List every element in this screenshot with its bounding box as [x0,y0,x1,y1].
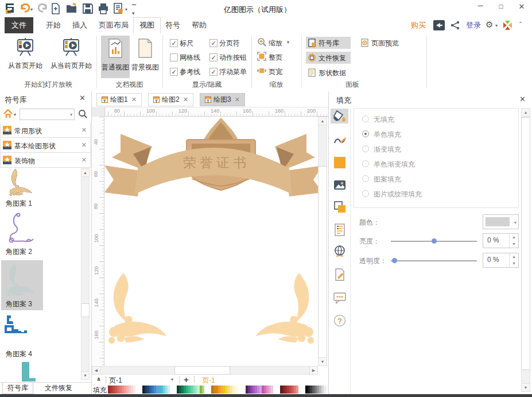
texture-fill-radio[interactable] [362,190,369,197]
doc-tab-2[interactable]: 绘图2 ✕ [148,93,193,106]
shape-properties-icon[interactable] [333,223,346,236]
normal-view-button[interactable]: 普通视图 [101,36,130,78]
page-name[interactable]: 页-1 [109,376,122,386]
transparency-slider[interactable] [391,260,477,261]
buy-button[interactable]: 购买 [411,17,426,33]
brightness-slider-thumb[interactable] [432,238,437,244]
symbol-item-1[interactable]: 角图案 1 [1,168,43,207]
doc-tab-close-icon[interactable]: ✕ [183,96,188,103]
redo-icon[interactable] [38,3,48,13]
transparency-slider-thumb[interactable] [392,258,397,263]
note-edit-icon[interactable] [333,268,346,281]
doc-tab-close-icon[interactable]: ✕ [131,96,137,103]
comment-icon[interactable] [333,291,346,304]
home-dropdown[interactable]: ▾ [14,112,16,117]
scroll-left-icon[interactable]: ◀ [92,366,100,375]
no-fill-radio[interactable] [362,115,369,122]
left-panel-close-icon[interactable]: ✕ [79,94,86,102]
background-view-button[interactable]: 背景视图 [131,36,160,78]
scroll-down-icon[interactable]: ▼ [521,383,530,392]
transparency-spinbox[interactable]: 0 % ▲▼ [483,253,519,268]
line-style-icon[interactable] [333,134,346,147]
open-folder-icon[interactable] [65,3,78,14]
home-icon[interactable] [3,109,13,118]
zoom-dropdown[interactable]: ▾ [287,40,289,45]
page-preview-button[interactable]: 页面预览 [359,37,408,49]
add-page-icon[interactable]: + [184,375,189,384]
scroll-thumb[interactable] [81,303,90,317]
page-tab[interactable]: 页-1 [202,376,215,386]
scroll-thumb[interactable] [318,166,327,358]
certificate-badge[interactable]: 荣誉证书 [104,118,318,196]
symbol-search-input[interactable]: ▾ [20,109,75,120]
share-icon[interactable] [451,21,460,30]
actionbutton-checkbox[interactable]: ✓ [209,53,218,61]
image-fill-icon[interactable] [333,179,346,191]
spin-up-icon[interactable]: ▲ [510,253,518,260]
section-basic-shapes[interactable]: 基本绘图形状 ✕ [0,138,91,153]
export-icon[interactable] [112,3,124,14]
spin-down-icon[interactable]: ▼ [510,241,518,248]
login-button[interactable]: 登录 [466,17,481,33]
menu-symbol[interactable]: 符号 [160,17,186,33]
shape-data-button[interactable]: 形状数据 [306,67,351,79]
menu-start[interactable]: 开始 [40,17,67,33]
customize-toolbar-icon[interactable]: ▔▾ [132,5,136,16]
section-decorations[interactable]: 装饰物 ✕ [0,153,91,168]
scroll-up-icon[interactable]: ▲ [81,168,90,177]
print-icon[interactable] [98,3,109,14]
doc-tab-close-icon[interactable]: ✕ [235,96,240,103]
symbol-list-scrollbar[interactable]: ▲ ▼ [81,168,90,380]
pattern-fill-radio[interactable] [362,175,369,182]
gradient-fill-radio[interactable] [362,145,369,152]
corner-flourish-right[interactable] [255,273,314,344]
start-from-current-button[interactable]: 从当前页开始 [47,36,95,77]
canvas-vertical-scrollbar[interactable]: ▲ ▼ [318,117,327,366]
menu-file[interactable]: 文件 [5,17,33,33]
color-swatch-icon[interactable] [334,157,345,168]
undo-dropdown[interactable]: ▾ [30,7,33,12]
scroll-thumb[interactable] [521,117,530,370]
canvas-horizontal-scrollbar[interactable]: ◀ ▶ [92,366,318,375]
search-input-dropdown[interactable]: ▾ [70,112,72,117]
collapse-ribbon-icon[interactable]: ⌃ [518,21,523,27]
file-recovery-toggle[interactable]: 文件恢复 [306,52,351,64]
undo-icon[interactable] [20,3,30,13]
section-common-shapes[interactable]: 常用形状 ✕ [0,123,91,138]
scroll-down-icon[interactable]: ▼ [81,371,90,380]
guideline-checkbox[interactable]: ✓ [170,68,178,76]
settings-gear-icon[interactable]: ⚙ [486,20,493,30]
help-icon[interactable]: ? [333,314,346,327]
scroll-up-icon[interactable]: ▲ [521,108,530,117]
symbol-item-4[interactable]: 角图案 4 [1,314,43,356]
close-button[interactable]: ✕ [514,2,529,16]
scroll-down-icon[interactable]: ▼ [318,357,327,366]
color-dropdown[interactable]: ▾ [483,214,519,229]
floatmenu-checkbox[interactable]: ✓ [209,68,218,76]
scroll-up-icon[interactable]: ▲ [318,117,327,125]
fill-panel-close-icon[interactable]: ✕ [519,95,526,103]
solid-fill-radio[interactable] [362,130,369,137]
brightness-spinbox[interactable]: 0 % ▲▼ [483,233,519,248]
menu-view[interactable]: 视图 [133,17,161,33]
pages-collapse-icon[interactable]: ∧ [96,376,101,382]
menu-insert[interactable]: 插入 [67,17,93,33]
doc-tab-3[interactable]: 绘图3 ✕ [200,93,245,106]
section-close-icon[interactable]: ✕ [81,156,87,164]
scroll-right-icon[interactable]: ▶ [309,366,318,375]
symbol-item-2[interactable]: 角图案 2 [1,211,43,255]
start-from-first-button[interactable]: 从首页开始 [5,36,46,77]
hyperlink-globe-icon[interactable] [333,245,346,258]
menu-help[interactable]: 帮助 [186,17,212,33]
symbol-item-5-partial[interactable] [21,362,44,382]
ruler-checkbox[interactable]: ✓ [170,39,178,47]
mono-gradient-fill-radio[interactable] [362,160,369,167]
new-document-icon[interactable] [51,3,61,14]
section-close-icon[interactable]: ✕ [81,126,87,134]
save-icon[interactable] [82,3,94,14]
scroll-thumb[interactable] [174,366,230,375]
spin-down-icon[interactable]: ▼ [510,260,518,267]
menu-pagelayout[interactable]: 页面布局 [93,17,134,33]
symbol-library-toggle[interactable]: 符号库 [306,37,351,49]
page-dropdown[interactable]: ▾ [171,377,173,382]
